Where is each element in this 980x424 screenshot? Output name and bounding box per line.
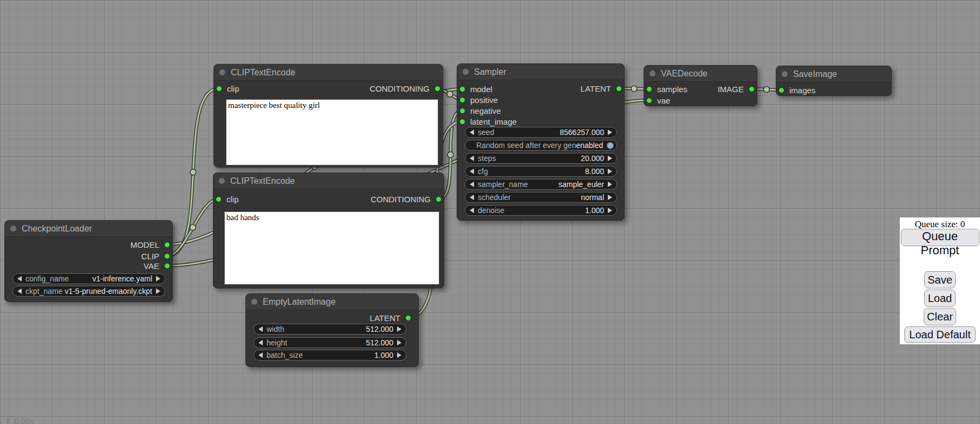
slot-label: vae — [657, 96, 670, 105]
decrement-arrow-icon[interactable] — [258, 352, 263, 358]
decrement-arrow-icon[interactable] — [258, 326, 263, 332]
widget-denoise[interactable]: denoise 1.000 — [465, 205, 617, 216]
increment-arrow-icon[interactable] — [397, 326, 401, 332]
node-title-bar[interactable]: CLIPTextEncode — [214, 65, 443, 81]
decrement-arrow-icon[interactable] — [470, 156, 474, 161]
widget-cfg[interactable]: cfg 8.000 — [465, 166, 617, 177]
widget-height[interactable]: height 512.000 — [254, 337, 406, 348]
input-slot-vae: vae — [644, 95, 757, 106]
widget-scheduler[interactable]: scheduler normal — [465, 192, 617, 203]
input-dot-images[interactable] — [778, 87, 784, 93]
input-dot-vae[interactable] — [646, 98, 652, 104]
output-dot-vae[interactable] — [164, 263, 170, 269]
widget-random-seed-toggle[interactable]: Random seed after every gen enabled — [465, 140, 617, 151]
output-dot-conditioning[interactable] — [434, 86, 440, 92]
node-clip-text-encode-positive[interactable]: CLIPTextEncode clip CONDITIONING masterp… — [213, 64, 443, 168]
node-title-bar[interactable]: CheckpointLoader — [5, 221, 172, 237]
decrement-arrow-icon[interactable] — [470, 130, 474, 135]
graph-canvas[interactable]: CheckpointLoader MODEL CLIP VAE config_n… — [0, 0, 980, 424]
prompt-textarea[interactable]: bad hands — [224, 211, 439, 285]
node-collapse-dot-icon[interactable] — [251, 299, 257, 305]
increment-arrow-icon[interactable] — [608, 182, 612, 187]
decrement-arrow-icon[interactable] — [17, 276, 22, 281]
node-title: Sampler — [474, 67, 507, 77]
increment-arrow-icon[interactable] — [608, 156, 612, 161]
node-checkpoint-loader[interactable]: CheckpointLoader MODEL CLIP VAE config_n… — [4, 220, 173, 302]
slot-label: LATENT — [581, 84, 611, 93]
node-vae-decode[interactable]: VAEDecode samples vae IMAGE — [644, 65, 757, 106]
increment-arrow-icon[interactable] — [608, 195, 612, 200]
widget-steps[interactable]: steps 20.000 — [465, 153, 617, 164]
widget-width[interactable]: width 512.000 — [254, 324, 406, 335]
input-slot-latent-image: latent_image — [457, 116, 624, 127]
increment-arrow-icon[interactable] — [156, 276, 160, 281]
decrement-arrow-icon[interactable] — [470, 208, 474, 213]
increment-arrow-icon[interactable] — [608, 130, 612, 135]
output-dot-conditioning[interactable] — [436, 196, 442, 202]
node-title-bar[interactable]: Sampler — [457, 64, 624, 80]
node-collapse-dot-icon[interactable] — [219, 178, 225, 184]
output-dot-latent[interactable] — [405, 315, 411, 321]
slot-label: negative — [470, 106, 501, 115]
toggle-circle-icon[interactable] — [607, 142, 614, 149]
clear-button[interactable]: Clear — [924, 308, 956, 325]
node-title-bar[interactable]: CLIPTextEncode — [213, 173, 444, 189]
widget-batch-size[interactable]: batch_size 1.000 — [254, 350, 406, 361]
decrement-arrow-icon[interactable] — [470, 182, 474, 187]
node-collapse-dot-icon[interactable] — [782, 71, 788, 77]
load-default-button[interactable]: Load Default — [904, 326, 976, 343]
node-title-bar[interactable]: SaveImage — [776, 66, 891, 82]
node-collapse-dot-icon[interactable] — [10, 226, 16, 232]
node-title: SaveImage — [793, 69, 837, 79]
slot-label: MODEL — [131, 240, 159, 249]
input-dot-latent-image[interactable] — [459, 119, 465, 125]
slot-label: positive — [470, 95, 498, 105]
node-collapse-dot-icon[interactable] — [463, 69, 469, 75]
widget-label: config_name — [25, 274, 69, 283]
output-slot-latent: LATENT — [457, 83, 624, 94]
slot-label: CONDITIONING — [371, 195, 431, 204]
slot-label: CLIP — [141, 252, 159, 261]
node-empty-latent-image[interactable]: EmptyLatentImage LATENT width 512.000 he… — [245, 293, 419, 367]
decrement-arrow-icon[interactable] — [258, 340, 263, 345]
output-dot-latent[interactable] — [616, 86, 622, 92]
widget-seed[interactable]: seed 8566257.000 — [465, 127, 617, 138]
queue-prompt-button[interactable]: Queue Prompt — [901, 229, 979, 246]
input-slot-negative: negative — [457, 105, 624, 116]
decrement-arrow-icon[interactable] — [470, 195, 474, 200]
output-slot-conditioning: CONDITIONING — [213, 194, 444, 204]
node-title-bar[interactable]: VAEDecode — [644, 66, 757, 82]
increment-arrow-icon[interactable] — [608, 208, 612, 213]
increment-arrow-icon[interactable] — [397, 340, 401, 345]
node-sampler[interactable]: Sampler model positive negative latent_i… — [457, 63, 625, 221]
node-collapse-dot-icon[interactable] — [650, 70, 656, 76]
widget-label: sampler_name — [478, 180, 528, 189]
increment-arrow-icon[interactable] — [397, 352, 401, 358]
output-dot-clip[interactable] — [164, 253, 170, 259]
save-button[interactable]: Save — [924, 271, 956, 288]
increment-arrow-icon[interactable] — [156, 288, 160, 294]
node-collapse-dot-icon[interactable] — [219, 69, 225, 75]
node-clip-text-encode-negative[interactable]: CLIPTextEncode clip CONDITIONING bad han… — [213, 172, 444, 288]
input-dot-negative[interactable] — [459, 108, 465, 114]
queue-size-label: Queue size: 0 — [900, 217, 980, 228]
decrement-arrow-icon[interactable] — [17, 288, 22, 294]
load-button[interactable]: Load — [924, 290, 956, 307]
widget-config-name[interactable]: config_name v1-inference.yaml — [12, 273, 165, 284]
widget-ckpt-name[interactable]: ckpt_name v1-5-pruned-emaonly.ckpt — [12, 286, 165, 297]
node-title: CheckpointLoader — [22, 224, 92, 234]
slot-label: VAE — [144, 261, 159, 271]
node-save-image[interactable]: SaveImage images — [776, 66, 892, 96]
prompt-textarea[interactable]: masterpiece best quality girl — [226, 99, 438, 165]
input-dot-positive[interactable] — [459, 97, 465, 103]
render-time-label: T: 0.00s — [5, 416, 34, 424]
widget-value: v1-5-pruned-emaonly.ckpt — [64, 287, 152, 295]
increment-arrow-icon[interactable] — [608, 169, 612, 174]
node-title-bar[interactable]: EmptyLatentImage — [246, 294, 418, 310]
output-dot-image[interactable] — [749, 86, 755, 92]
widget-sampler-name[interactable]: sampler_name sample_euler — [465, 179, 617, 190]
decrement-arrow-icon[interactable] — [470, 169, 474, 174]
output-dot-model[interactable] — [164, 242, 170, 248]
slot-label: CONDITIONING — [369, 84, 430, 93]
widget-label: batch_size — [267, 351, 303, 359]
